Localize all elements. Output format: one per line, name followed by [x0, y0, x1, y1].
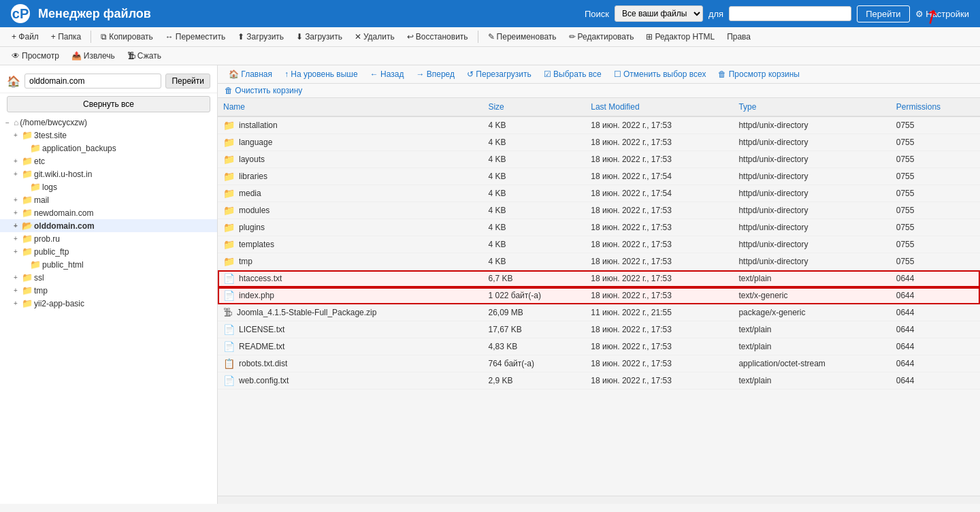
table-row[interactable]: 📄 README.txt 4,83 KB 18 июн. 2022 г., 17…: [218, 338, 980, 355]
file-name: index.php: [239, 291, 274, 300]
table-row[interactable]: 📁 libraries 4 KB 18 июн. 2022 г., 17:54 …: [218, 168, 980, 185]
view-button[interactable]: 👁 Просмотр: [7, 49, 64, 63]
file-name: htaccess.txt: [239, 274, 282, 283]
cpanel-logo: cP: [11, 4, 30, 23]
tree-item-yii2[interactable]: + 📁 yii2-app-basic: [0, 297, 217, 310]
new-folder-button[interactable]: + Папка: [46, 30, 86, 44]
tree-item-label: etc: [34, 157, 45, 166]
tree-item-label: public_html: [42, 260, 84, 270]
search-scope-select[interactable]: Все ваши файлы: [615, 5, 703, 22]
file-name-cell[interactable]: 🗜 Joomla_4.1.5-Stable-Full_Package.zip: [218, 304, 483, 321]
col-modified[interactable]: Last Modified: [585, 98, 733, 116]
clear-trash-button[interactable]: 🗑 Очистить корзину: [225, 86, 302, 95]
html-editor-button[interactable]: ⊞ Редактор HTML: [641, 30, 719, 44]
restore-button[interactable]: ↩ Восстановить: [402, 30, 473, 44]
table-row[interactable]: 📁 plugins 4 KB 18 июн. 2022 г., 17:53 ht…: [218, 219, 980, 236]
tree-item-olddomain[interactable]: + 📂 olddomain.com: [0, 219, 217, 232]
tree-item-tmp[interactable]: + 📁 tmp: [0, 284, 217, 297]
table-row[interactable]: 📁 language 4 KB 18 июн. 2022 г., 17:53 h…: [218, 134, 980, 151]
header: cP Менеджер файлов Поиск Все ваши файлы …: [0, 0, 980, 27]
table-row[interactable]: 📄 index.php 1 022 байт(-а) 18 июн. 2022 …: [218, 287, 980, 304]
tree-item-3test[interactable]: + 📁 3test.site: [0, 129, 217, 142]
col-name[interactable]: Name: [218, 98, 483, 116]
col-size[interactable]: Size: [483, 98, 585, 116]
path-go-button[interactable]: Перейти: [165, 74, 210, 89]
file-name-cell[interactable]: 📁 tmp: [218, 253, 483, 270]
extract-button[interactable]: 📤 Извлечь: [67, 49, 120, 63]
file-name-cell[interactable]: 📁 language: [218, 134, 483, 150]
tree-item-label: git.wiki.u-host.in: [34, 170, 92, 179]
table-row[interactable]: 📄 LICENSE.txt 17,67 KB 18 июн. 2022 г., …: [218, 321, 980, 338]
select-all-button[interactable]: ☑ Выбрать все: [540, 68, 606, 80]
rights-button[interactable]: Права: [722, 30, 755, 44]
tree-item-logs[interactable]: 📁 logs: [0, 180, 217, 193]
search-input[interactable]: [729, 6, 851, 21]
file-name-cell[interactable]: 📄 htaccess.txt: [218, 270, 483, 287]
path-input[interactable]: [24, 74, 161, 89]
file-name-cell[interactable]: 📁 templates: [218, 236, 483, 253]
file-size: 4 KB: [483, 185, 585, 202]
table-row[interactable]: 📄 htaccess.txt 6,7 KB 18 июн. 2022 г., 1…: [218, 270, 980, 287]
search-for-label: для: [708, 9, 723, 19]
file-name-cell[interactable]: 📋 robots.txt.dist: [218, 355, 483, 372]
compress-button[interactable]: 🗜 Сжать: [122, 49, 166, 63]
table-row[interactable]: 📁 media 4 KB 18 июн. 2022 г., 17:54 http…: [218, 185, 980, 202]
tree-item-app-backups[interactable]: 📁 application_backups: [0, 142, 217, 155]
copy-button[interactable]: ⧉ Копировать: [96, 30, 158, 44]
file-type: package/x-generic: [733, 304, 890, 321]
new-file-button[interactable]: + Файл: [7, 30, 44, 44]
tree-item-git[interactable]: + 📁 git.wiki.u-host.in: [0, 167, 217, 180]
delete-button[interactable]: ✕ Удалить: [350, 30, 399, 44]
file-size: 2,9 KB: [483, 372, 585, 389]
table-row[interactable]: 🗜 Joomla_4.1.5-Stable-Full_Package.zip 2…: [218, 304, 980, 321]
file-name-cell[interactable]: 📁 plugins: [218, 219, 483, 236]
edit-button[interactable]: ✏ Редактировать: [564, 30, 639, 44]
file-size: 4 KB: [483, 151, 585, 168]
reload-button[interactable]: ↺ Перезагрузить: [463, 68, 536, 80]
tree-item-ssl[interactable]: + 📁 ssl: [0, 271, 217, 284]
table-row[interactable]: 📁 templates 4 KB 18 июн. 2022 г., 17:53 …: [218, 236, 980, 253]
file-size: 1 022 байт(-а): [483, 287, 585, 304]
download-button[interactable]: ⬇ Загрузить: [291, 30, 347, 44]
tree-item-public-html[interactable]: 📁 public_html: [0, 258, 217, 271]
tree-item-root[interactable]: − ⌂ (/home/bwcycxzw): [0, 116, 217, 129]
tree-item-prob[interactable]: + 📁 prob.ru: [0, 232, 217, 245]
tree-item-etc[interactable]: + 📁 etc: [0, 155, 217, 167]
collapse-all-button[interactable]: Свернуть все: [7, 96, 210, 112]
file-name-cell[interactable]: 📁 media: [218, 185, 483, 202]
tree-item-public-ftp[interactable]: + 📁 public_ftp: [0, 245, 217, 258]
home-button[interactable]: 🏠 Главная: [225, 68, 276, 80]
file-name-cell[interactable]: 📁 libraries: [218, 168, 483, 185]
table-row[interactable]: 📄 web.config.txt 2,9 KB 18 июн. 2022 г.,…: [218, 372, 980, 389]
tree-item-mail[interactable]: + 📁 mail: [0, 193, 217, 206]
back-button[interactable]: ← Назад: [366, 68, 408, 80]
table-row[interactable]: 📁 layouts 4 KB 18 июн. 2022 г., 17:53 ht…: [218, 151, 980, 168]
upload-button[interactable]: ⬆ Загрузить: [233, 30, 289, 44]
search-go-button[interactable]: Перейти: [857, 5, 910, 22]
rename-button[interactable]: ✎ Переименовать: [483, 30, 561, 44]
forward-button[interactable]: → Вперед: [412, 68, 459, 80]
file-name-cell[interactable]: 📄 web.config.txt: [218, 372, 483, 389]
settings-button[interactable]: ⚙ Настройки: [915, 9, 969, 19]
folder-icon: 📁: [223, 188, 235, 199]
table-row[interactable]: 📁 installation 4 KB 18 июн. 2022 г., 17:…: [218, 116, 980, 134]
file-name-cell[interactable]: 📁 installation: [218, 117, 483, 133]
col-perms[interactable]: Permissions: [891, 98, 980, 116]
file-name-cell[interactable]: 📁 modules: [218, 202, 483, 219]
file-name-cell[interactable]: 📁 layouts: [218, 151, 483, 167]
tree-item-newdomain[interactable]: + 📁 newdomain.com: [0, 206, 217, 219]
table-row[interactable]: 📁 modules 4 KB 18 июн. 2022 г., 17:53 ht…: [218, 202, 980, 219]
table-row[interactable]: 📁 tmp 4 KB 18 июн. 2022 г., 17:53 httpd/…: [218, 253, 980, 270]
view-trash-button[interactable]: 🗑 Просмотр корзины: [714, 68, 804, 80]
table-row[interactable]: 📋 robots.txt.dist 764 байт(-а) 18 июн. 2…: [218, 355, 980, 372]
deselect-button[interactable]: ☐ Отменить выбор всех: [610, 68, 710, 80]
file-table-wrap[interactable]: Name Size Last Modified Type Permissions…: [218, 98, 980, 496]
up-button[interactable]: ↑ На уровень выше: [280, 68, 362, 80]
col-type[interactable]: Type: [733, 98, 890, 116]
file-name-cell[interactable]: 📄 LICENSE.txt: [218, 321, 483, 338]
file-name-cell[interactable]: 📄 README.txt: [218, 338, 483, 355]
file-size: 4 KB: [483, 219, 585, 236]
horizontal-scrollbar[interactable]: [218, 496, 980, 504]
move-button[interactable]: ↔ Переместить: [161, 30, 231, 44]
file-name-cell[interactable]: 📄 index.php: [218, 287, 483, 304]
